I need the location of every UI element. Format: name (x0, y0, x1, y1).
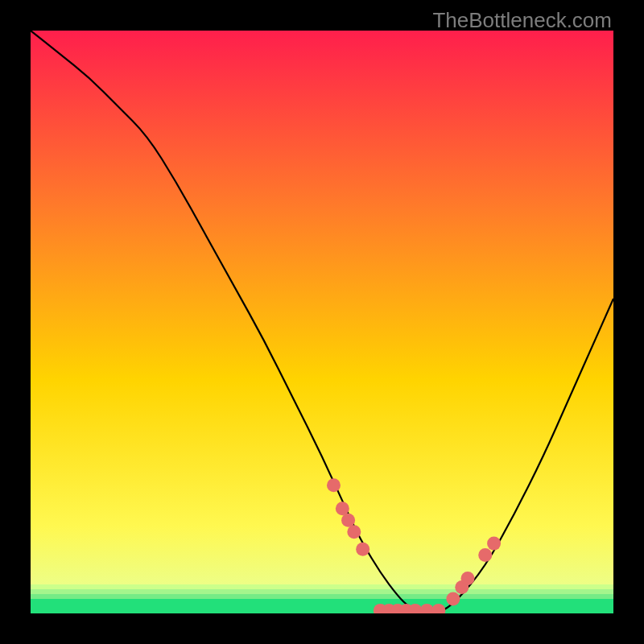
watermark-text: TheBottleneck.com (432, 8, 612, 33)
scatter-point (487, 537, 501, 551)
bottleneck-curve (31, 31, 613, 613)
scatter-point (327, 478, 341, 492)
plot-area (31, 31, 613, 613)
scatter-point (461, 572, 475, 585)
scatter-point (356, 543, 369, 556)
scatter-point (478, 548, 492, 562)
chart-frame: TheBottleneck.com (0, 0, 644, 644)
scatter-point (336, 502, 349, 515)
scatter-point (431, 604, 445, 613)
scatter-point (420, 604, 434, 613)
scatter-point (446, 592, 460, 605)
scatter-point (347, 525, 361, 539)
scatter-point (341, 514, 355, 527)
scatter-points (327, 478, 501, 613)
